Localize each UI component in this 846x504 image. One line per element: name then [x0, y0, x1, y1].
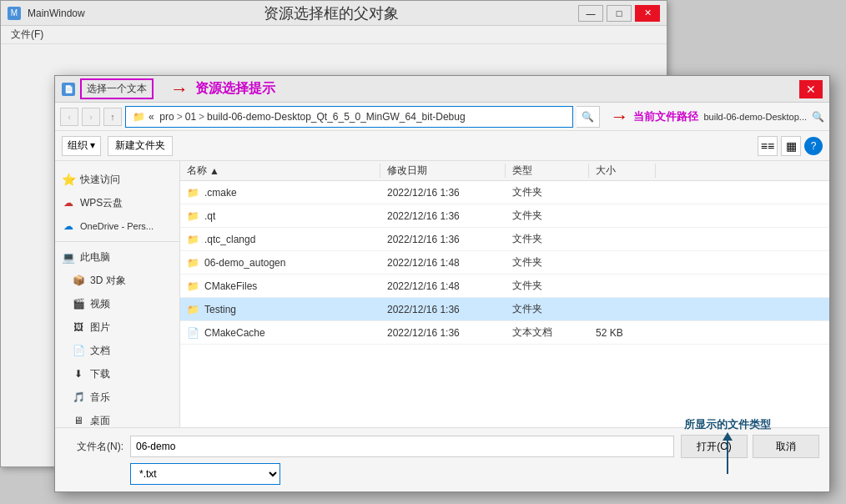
toolbar-left: 组织 ▾ 新建文件夹	[62, 136, 173, 156]
help-button[interactable]: ?	[804, 137, 823, 155]
main-window-app-title: MainWindow	[28, 8, 85, 19]
menu-file[interactable]: 文件(F)	[4, 26, 50, 43]
col-header-name[interactable]: 名称 ▲	[180, 164, 380, 178]
file-date-cell: 2022/12/16 1:36	[380, 327, 506, 339]
file-size-cell: 52 KB	[589, 327, 656, 339]
filelist-header: 名称 ▲ 修改日期 类型 大小	[180, 161, 829, 181]
file-type-cell: 文件夹	[506, 232, 589, 246]
table-row[interactable]: 📁.qtc_clangd2022/12/16 1:36文件夹	[180, 228, 829, 251]
dialog-sidebar: ⭐ 快速访问 ☁ WPS云盘 ☁ OneDrive - Pers... 💻 此电…	[55, 161, 180, 427]
sidebar-item-music[interactable]: 🎵 音乐	[55, 386, 179, 409]
maximize-button[interactable]: □	[607, 5, 632, 22]
file-type-cell: 文件夹	[506, 209, 589, 223]
nav-forward-button[interactable]: ›	[82, 108, 100, 126]
file-date-cell: 2022/12/16 1:48	[380, 280, 506, 292]
sidebar-item-videos[interactable]: 🎬 视频	[55, 292, 179, 315]
sidebar-item-this-pc[interactable]: 💻 此电脑	[55, 245, 179, 269]
music-icon: 🎵	[72, 391, 85, 404]
dialog-close-button[interactable]: ✕	[799, 80, 823, 98]
dialog-titlebar: 📄 选择一个文本 → 资源选择提示 ✕	[55, 76, 829, 103]
file-date-cell: 2022/12/16 1:36	[380, 304, 506, 315]
view-list-button[interactable]: ≡≡	[758, 136, 778, 156]
addr-part-pro: « pro	[149, 111, 174, 123]
table-row[interactable]: 📁06-demo_autogen2022/12/16 1:48文件夹	[180, 251, 829, 275]
sidebar-3d-label: 3D 对象	[90, 274, 126, 288]
table-row[interactable]: 📁CMakeFiles2022/12/16 1:48文件夹	[180, 275, 829, 298]
open-button[interactable]: 打开(O)	[681, 435, 748, 458]
organize-label: 组织 ▾	[68, 139, 95, 153]
3d-objects-icon: 📦	[72, 274, 85, 287]
videos-icon: 🎬	[72, 297, 85, 310]
dialog-body: ⭐ 快速访问 ☁ WPS云盘 ☁ OneDrive - Pers... 💻 此电…	[55, 161, 829, 427]
sidebar-music-label: 音乐	[90, 391, 110, 405]
table-row[interactable]: 📁.cmake2022/12/16 1:36文件夹	[180, 181, 829, 204]
filetype-select[interactable]: *.txt	[130, 463, 280, 485]
file-name-cell: 📁.cmake	[180, 187, 380, 199]
folder-icon: 📁	[187, 210, 199, 222]
file-name-text: .qt	[204, 210, 215, 222]
col-header-size[interactable]: 大小	[589, 164, 656, 178]
col-header-date[interactable]: 修改日期	[380, 164, 506, 178]
wps-cloud-icon: ☁	[62, 196, 75, 209]
file-type-cell: 文件夹	[506, 302, 589, 316]
col-header-type[interactable]: 类型	[506, 164, 589, 178]
filetype-row: *.txt	[65, 463, 819, 485]
dialog-bottom: 文件名(N): 打开(O) 取消 *.txt	[55, 427, 829, 491]
sidebar-item-3d[interactable]: 📦 3D 对象	[55, 269, 179, 292]
file-name-text: 06-demo_autogen	[204, 257, 285, 269]
dialog-addressbar: ‹ › ↑ 📁 « pro > 01 > build-06-demo-Deskt…	[55, 103, 829, 131]
sidebar-divider-1	[55, 241, 179, 242]
sidebar-item-wps[interactable]: ☁ WPS云盘	[55, 191, 179, 214]
addr-sep2: >	[199, 111, 204, 123]
address-search-button[interactable]: 🔍	[577, 106, 600, 128]
sidebar-wps-label: WPS云盘	[80, 196, 123, 210]
address-box[interactable]: 📁 « pro > 01 > build-06-demo-Desktop_Qt_…	[125, 106, 573, 128]
nav-back-button[interactable]: ‹	[60, 108, 78, 126]
view-grid-button[interactable]: ▦	[781, 136, 801, 156]
sidebar-item-documents[interactable]: 📄 文档	[55, 339, 179, 362]
filename-row: 文件名(N): 打开(O) 取消	[65, 435, 819, 458]
desktop-icon: 🖥	[72, 414, 85, 427]
title-annotation-arrow: →	[170, 78, 189, 100]
sidebar-item-quick-access[interactable]: ⭐ 快速访问	[55, 168, 179, 191]
minimize-button[interactable]: —	[578, 5, 603, 22]
sort-arrow-name: ▲	[209, 165, 219, 177]
addr-folder-icon: 📁	[133, 111, 145, 123]
pictures-icon: 🖼	[72, 320, 85, 334]
file-dialog: 📄 选择一个文本 → 资源选择提示 ✕ ‹ › ↑ 📁 « pro > 01 >…	[54, 75, 830, 492]
new-folder-button[interactable]: 新建文件夹	[108, 136, 173, 156]
sidebar-this-pc-label: 此电脑	[80, 250, 110, 265]
organize-dropdown[interactable]: 组织 ▾	[62, 136, 101, 156]
filename-input[interactable]	[130, 436, 674, 457]
table-row[interactable]: 📄CMakeCache2022/12/16 1:36文本文档52 KB	[180, 321, 829, 345]
main-window-close-button[interactable]: ✕	[635, 5, 660, 22]
dialog-toolbar: 组织 ▾ 新建文件夹 ≡≡ ▦ ?	[55, 131, 829, 161]
addr-sep1: >	[177, 111, 183, 123]
main-window-icon: M	[8, 7, 21, 20]
sidebar-item-onedrive[interactable]: ☁ OneDrive - Pers...	[55, 214, 179, 238]
sidebar-section-quick: ⭐ 快速访问 ☁ WPS云盘 ☁ OneDrive - Pers...	[55, 168, 179, 238]
file-date-cell: 2022/12/16 1:48	[380, 257, 506, 269]
sidebar-item-desktop[interactable]: 🖥 桌面	[55, 409, 179, 427]
file-date-cell: 2022/12/16 1:36	[380, 234, 506, 245]
nav-up-button[interactable]: ↑	[103, 108, 122, 126]
menu-bar: 文件(F)	[1, 26, 667, 44]
col-name-label: 名称	[187, 164, 207, 178]
cancel-button[interactable]: 取消	[753, 435, 819, 458]
table-row[interactable]: 📁.qt2022/12/16 1:36文件夹	[180, 204, 829, 228]
file-name-cell: 📄CMakeCache	[180, 327, 380, 339]
file-icon: 📄	[187, 327, 199, 339]
folder-icon: 📁	[187, 304, 199, 315]
sidebar-item-pictures[interactable]: 🖼 图片	[55, 315, 179, 339]
file-name-cell: 📁06-demo_autogen	[180, 257, 380, 269]
col-date-label: 修改日期	[387, 164, 427, 178]
folder-icon: 📁	[187, 280, 199, 292]
downloads-icon: ⬇	[72, 367, 85, 381]
filelist-body: 📁.cmake2022/12/16 1:36文件夹📁.qt2022/12/16 …	[180, 181, 829, 427]
sidebar-item-downloads[interactable]: ⬇ 下载	[55, 362, 179, 386]
sidebar-downloads-label: 下载	[90, 367, 110, 381]
dialog-filelist: 名称 ▲ 修改日期 类型 大小 📁.cmake2022/12/16 1:36文件…	[180, 161, 829, 427]
file-type-cell: 文件夹	[506, 255, 589, 270]
table-row[interactable]: 📁Testing2022/12/16 1:36文件夹	[180, 298, 829, 321]
folder-icon: 📁	[187, 257, 199, 269]
